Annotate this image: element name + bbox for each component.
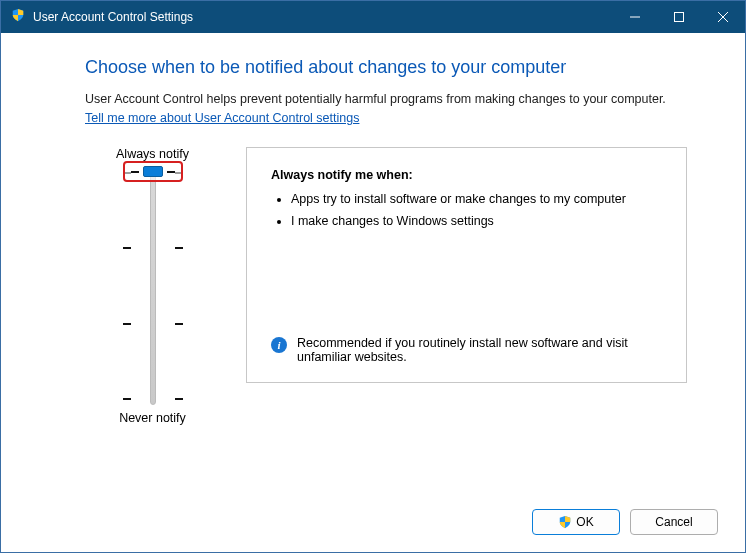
notification-slider[interactable] — [85, 169, 220, 405]
info-title: Always notify me when: — [271, 168, 662, 182]
info-bullet: Apps try to install software or make cha… — [291, 192, 662, 206]
info-bullet: I make changes to Windows settings — [291, 214, 662, 228]
ok-button[interactable]: OK — [532, 509, 620, 535]
svg-rect-1 — [675, 13, 684, 22]
shield-icon — [558, 515, 572, 529]
notification-info-panel: Always notify me when: Apps try to insta… — [246, 147, 687, 383]
recommendation-text: Recommended if you routinely install new… — [297, 336, 662, 364]
slider-top-label: Always notify — [85, 147, 220, 161]
window-title: User Account Control Settings — [33, 10, 613, 24]
close-button[interactable] — [701, 1, 745, 33]
page-heading: Choose when to be notified about changes… — [85, 57, 687, 78]
slider-thumb[interactable] — [123, 161, 183, 182]
slider-bottom-label: Never notify — [85, 411, 220, 425]
cancel-button[interactable]: Cancel — [630, 509, 718, 535]
minimize-button[interactable] — [613, 1, 657, 33]
maximize-button[interactable] — [657, 1, 701, 33]
page-description: User Account Control helps prevent poten… — [85, 92, 687, 106]
learn-more-link[interactable]: Tell me more about User Account Control … — [85, 111, 359, 125]
titlebar: User Account Control Settings — [1, 1, 745, 33]
info-icon: i — [271, 337, 287, 353]
shield-icon — [11, 8, 25, 26]
